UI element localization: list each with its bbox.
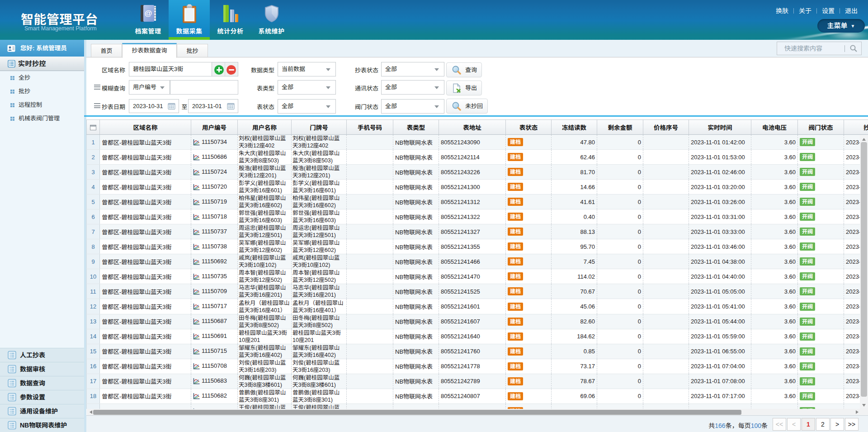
- svg-text:@: @: [144, 9, 152, 18]
